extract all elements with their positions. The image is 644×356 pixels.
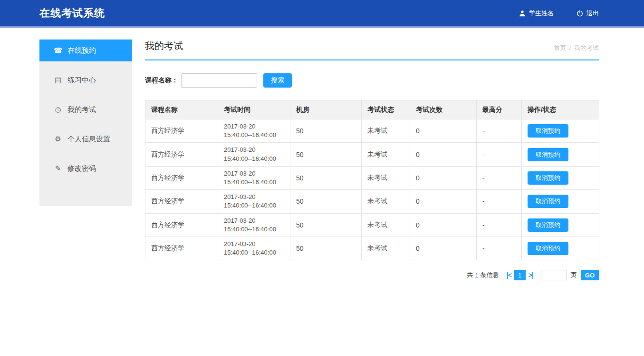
breadcrumb-home[interactable]: 首页 [554,44,566,51]
cell-best-score: - [477,213,522,237]
breadcrumb: 首页 / 我的考试 [552,44,599,52]
sidebar-item[interactable]: ◷ 我的考试 [39,99,132,120]
sidebar-item[interactable]: ▤ 练习中心 [39,69,132,91]
cell-action: 取消预约 [522,143,599,166]
cell-best-score: - [477,166,522,189]
total-prefix: 共 [467,271,473,279]
course-name-label: 课程名称： [145,76,178,85]
cancel-reservation-button[interactable]: 取消预约 [528,171,568,185]
sidebar-item-label: 修改密码 [67,164,96,173]
page-number-input[interactable] [541,270,567,280]
user-menu[interactable]: 学生姓名 [519,9,554,18]
cell-course-name: 西方经济学 [145,119,218,143]
cell-exam-time: 2017-03-20 15:40:00--16:40:00 [218,213,290,237]
main-content: 我的考试 首页 / 我的考试 课程名称： 搜索 课程名称考试时间机房考试状态考试… [145,40,599,280]
app-title: 在线考试系统 [39,6,105,20]
table-row: 西方经济学 2017-03-20 15:40:00--16:40:00 50 未… [145,143,599,166]
cancel-reservation-button[interactable]: 取消预约 [528,242,568,255]
cell-course-name: 西方经济学 [145,190,218,213]
cancel-reservation-button[interactable]: 取消预约 [528,124,568,138]
go-button[interactable]: GO [581,270,599,280]
table-row: 西方经济学 2017-03-20 15:40:00--16:40:00 50 未… [145,166,599,189]
edit-icon: ✎ [54,164,62,173]
cell-action: 取消预约 [522,190,599,213]
cell-exam-time: 2017-03-20 15:40:00--16:40:00 [218,190,290,213]
cell-course-name: 西方经济学 [145,213,218,237]
cancel-reservation-button[interactable]: 取消预约 [528,148,568,161]
column-header: 考试时间 [218,100,290,119]
cell-room: 50 [290,166,362,189]
cell-room: 50 [290,237,362,260]
column-header: 最高分 [477,100,522,119]
page-title: 我的考试 [145,40,183,52]
sidebar-item-label: 练习中心 [67,76,96,85]
cell-exam-count: 0 [410,213,477,237]
page-body: ☎ 在线预约 ▤ 练习中心 ◷ 我的考试 ⚙ 个人信息设置 ✎ 修改密码 我的考… [0,28,644,280]
next-page-icon[interactable]: >| [529,271,533,279]
table-header: 课程名称考试时间机房考试状态考试次数最高分操作/状态 [145,100,599,119]
cell-exam-count: 0 [410,237,477,260]
cell-best-score: - [477,119,522,143]
search-button[interactable]: 搜索 [263,73,292,88]
table-row: 西方经济学 2017-03-20 15:40:00--16:40:00 50 未… [145,237,599,260]
cell-exam-status: 未考试 [362,143,410,166]
breadcrumb-current: 我的考试 [574,44,599,51]
sidebar-item[interactable]: ⚙ 个人信息设置 [39,128,132,150]
table-row: 西方经济学 2017-03-20 15:40:00--16:40:00 50 未… [145,213,599,237]
cell-action: 取消预约 [522,166,599,189]
cell-exam-status: 未考试 [362,119,410,143]
user-name-label: 学生姓名 [529,9,554,18]
sidebar-item[interactable]: ☎ 在线预约 [39,40,132,61]
table-body: 西方经济学 2017-03-20 15:40:00--16:40:00 50 未… [145,119,599,260]
total-suffix: 条信息 [481,271,499,279]
cell-exam-status: 未考试 [362,213,410,237]
cell-room: 50 [290,213,362,237]
logout-button[interactable]: 退出 [577,9,599,18]
current-page-button[interactable]: 1 [514,270,526,280]
table-row: 西方经济学 2017-03-20 15:40:00--16:40:00 50 未… [145,190,599,213]
cell-exam-time: 2017-03-20 15:40:00--16:40:00 [218,143,290,166]
clock-icon: ◷ [54,105,62,114]
table-row: 西方经济学 2017-03-20 15:40:00--16:40:00 50 未… [145,119,599,143]
cell-best-score: - [477,143,522,166]
cancel-reservation-button[interactable]: 取消预约 [528,218,568,232]
cell-exam-status: 未考试 [362,237,410,260]
cell-best-score: - [477,237,522,260]
page-head: 我的考试 首页 / 我的考试 [145,40,599,60]
cell-course-name: 西方经济学 [145,143,218,166]
cell-exam-status: 未考试 [362,190,410,213]
sidebar-item-label: 个人信息设置 [67,135,110,144]
sidebar-nav: ☎ 在线预约 ▤ 练习中心 ◷ 我的考试 ⚙ 个人信息设置 ✎ 修改密码 [39,40,132,206]
exam-table-wrap: 课程名称考试时间机房考试状态考试次数最高分操作/状态 西方经济学 2017-03… [145,100,599,260]
cell-room: 50 [290,190,362,213]
column-header: 课程名称 [145,100,218,119]
cell-exam-count: 0 [410,119,477,143]
sidebar-item[interactable]: ✎ 修改密码 [39,158,132,179]
cell-exam-status: 未考试 [362,166,410,189]
column-header: 机房 [290,100,362,119]
course-name-input[interactable] [181,73,257,88]
power-icon [577,10,583,17]
cell-exam-time: 2017-03-20 15:40:00--16:40:00 [218,119,290,143]
cell-course-name: 西方经济学 [145,237,218,260]
practice-icon: ▤ [54,76,62,84]
total-count: 1 [475,272,478,279]
sidebar-item-label: 在线预约 [67,46,96,55]
phone-icon: ☎ [54,46,62,55]
pagination: 共 1 条信息 |< 1 >| 页 GO [145,270,599,280]
prev-page-icon[interactable]: |< [507,271,511,279]
search-form: 课程名称： 搜索 [145,73,599,88]
cancel-reservation-button[interactable]: 取消预约 [528,195,568,208]
page-unit-label: 页 [571,271,577,279]
header-right: 学生姓名 退出 [519,9,599,18]
cell-exam-count: 0 [410,143,477,166]
cell-exam-time: 2017-03-20 15:40:00--16:40:00 [218,237,290,260]
user-icon [519,10,526,17]
cell-room: 50 [290,119,362,143]
sidebar-item-label: 我的考试 [67,105,96,114]
column-header: 考试次数 [410,100,477,119]
gear-icon: ⚙ [54,135,62,143]
exam-table: 课程名称考试时间机房考试状态考试次数最高分操作/状态 西方经济学 2017-03… [145,100,599,260]
logout-label: 退出 [586,9,599,18]
cell-action: 取消预约 [522,119,599,143]
